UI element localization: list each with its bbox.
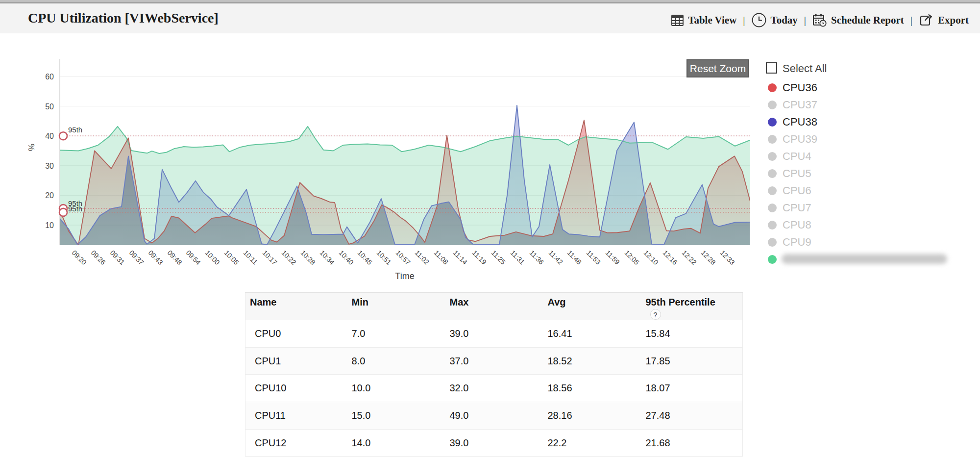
svg-text:20: 20 xyxy=(45,191,54,200)
svg-text:60: 60 xyxy=(45,73,54,81)
svg-text:95th: 95th xyxy=(68,126,82,134)
svg-text:10: 10 xyxy=(45,221,54,230)
svg-text:95th: 95th xyxy=(68,204,82,213)
svg-text:%: % xyxy=(27,144,36,151)
svg-text:40: 40 xyxy=(45,132,54,140)
svg-text:50: 50 xyxy=(45,102,54,111)
svg-text:30: 30 xyxy=(45,162,54,170)
svg-text:Time: Time xyxy=(395,271,414,281)
